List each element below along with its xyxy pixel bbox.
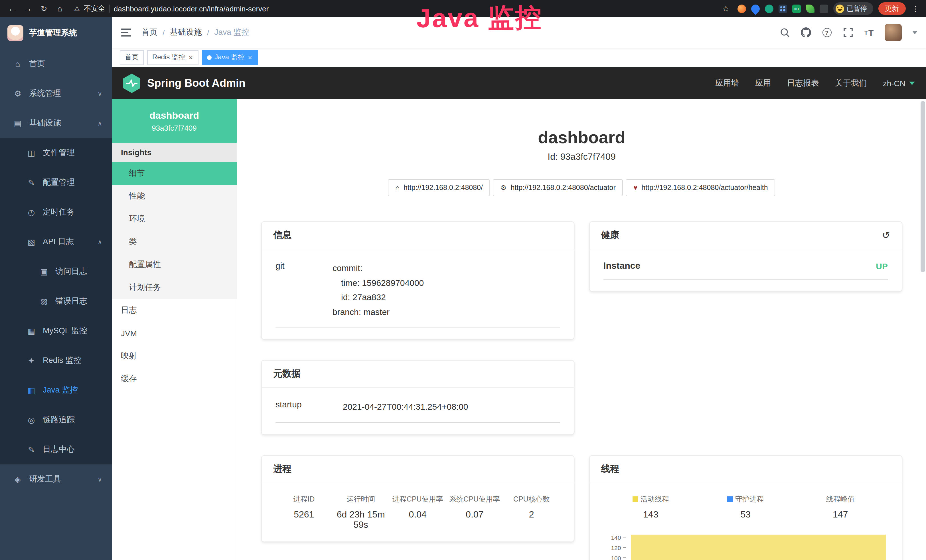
tab-java-monitor[interactable]: Java 监控 × xyxy=(202,50,257,65)
sba-item-scheduled-tasks[interactable]: 计划任务 xyxy=(112,276,237,299)
sidebar-item-tracing[interactable]: ◎ 链路追踪 xyxy=(0,405,112,435)
avatar-caret-icon[interactable] xyxy=(912,31,917,34)
extension-icon-leaf[interactable] xyxy=(806,4,814,13)
sidebar-item-scheduled-jobs[interactable]: ◷ 定时任务 xyxy=(0,197,112,227)
sba-instance-header[interactable]: dashboard 93a3fc7f7409 xyxy=(112,99,237,143)
close-icon[interactable]: × xyxy=(188,54,194,61)
scrollbar-thumb[interactable] xyxy=(920,101,925,272)
hamburger-icon[interactable] xyxy=(121,29,131,36)
card-title: 健康 xyxy=(601,229,619,241)
extension-icon-on[interactable]: on xyxy=(792,4,800,13)
sidebar-item-label: API 日志 xyxy=(43,237,74,247)
sidebar-item-label: 定时任务 xyxy=(43,207,75,217)
sidebar-item-api-logs[interactable]: ▧ API 日志 ∧ xyxy=(0,227,112,257)
sba-item-environment[interactable]: 环境 xyxy=(112,208,237,230)
browser-back-button[interactable]: ← xyxy=(6,4,18,13)
stat-label: 系统CPU使用率 xyxy=(449,494,500,504)
sidebar-item-error-logs[interactable]: ▨ 错误日志 xyxy=(0,286,112,316)
sba-brand-title[interactable]: Spring Boot Admin xyxy=(147,77,245,89)
address-bar[interactable]: ⚠ 不安全 dashboard.yudao.iocoder.cn/infra/a… xyxy=(74,4,716,14)
browser-home-button[interactable]: ⌂ xyxy=(54,4,66,13)
url-text[interactable]: dashboard.yudao.iocoder.cn/infra/admin-s… xyxy=(114,4,269,13)
extension-icon-grid[interactable] xyxy=(778,4,787,13)
tab-redis-monitor[interactable]: Redis 监控 × xyxy=(147,50,198,65)
sidebar-item-dev-tools[interactable]: ◈ 研发工具 ∨ xyxy=(0,465,112,494)
row-value: commit: time: 1596289704000 id: 27aa832 … xyxy=(333,261,424,319)
breadcrumb-home[interactable]: 首页 xyxy=(141,27,157,38)
navbar: 首页 / 基础设施 / Java 监控 ? xyxy=(112,17,926,48)
redis-icon: ✦ xyxy=(25,356,38,365)
extension-icon-y[interactable] xyxy=(764,4,773,13)
sidebar-item-infrastructure[interactable]: ▤ 基础设施 ∧ xyxy=(0,108,112,138)
health-url-link[interactable]: ♥ http://192.168.0.2:48080/actuator/heal… xyxy=(626,179,775,196)
sidebar-item-label: Java 监控 xyxy=(43,385,78,395)
metadata-card-header: 元数据 xyxy=(262,360,574,388)
sba-item-logs[interactable]: 日志 xyxy=(112,299,237,322)
sba-language-select[interactable]: zh-CN xyxy=(883,79,915,88)
stat-label: 线程峰值 xyxy=(826,494,855,504)
screen: ← → ↻ ⌂ ⚠ 不安全 dashboard.yudao.iocoder.cn… xyxy=(0,0,926,560)
sidebar-item-java-monitor[interactable]: ▥ Java 监控 xyxy=(0,375,112,405)
sidebar-item-access-logs[interactable]: ▣ 访问日志 xyxy=(0,257,112,286)
y-tick-label: 140 xyxy=(604,534,623,540)
extension-icon-drop[interactable] xyxy=(749,3,761,15)
sba-nav-applications[interactable]: 应用 xyxy=(755,78,771,88)
tab-home[interactable]: 首页 xyxy=(120,50,144,65)
sba-nav-about[interactable]: 关于我们 xyxy=(835,78,867,88)
navbar-right: ? TT xyxy=(779,24,917,41)
wrench-icon: ⚙ xyxy=(501,184,507,192)
fullscreen-icon[interactable] xyxy=(842,27,853,38)
sba-item-caches[interactable]: 缓存 xyxy=(112,368,237,390)
sidebar-item-file-management[interactable]: ◫ 文件管理 xyxy=(0,138,112,168)
github-icon[interactable] xyxy=(800,27,811,38)
sba-item-classes[interactable]: 类 xyxy=(112,230,237,253)
sba-insights-list: 细节 性能 环境 类 配置属性 计划任务 xyxy=(112,162,237,299)
table-row: git commit: time: 1596289704000 id: 27aa… xyxy=(275,261,560,327)
font-size-icon[interactable]: TT xyxy=(863,27,875,38)
sba-item-jvm[interactable]: JVM xyxy=(112,322,237,345)
sba-item-mappings[interactable]: 映射 xyxy=(112,345,237,368)
search-icon[interactable] xyxy=(779,27,790,38)
sba-item-config-props[interactable]: 配置属性 xyxy=(112,253,237,276)
stat-value: 0.04 xyxy=(389,509,446,519)
sidebar-item-home[interactable]: ⌂ 首页 xyxy=(0,49,112,79)
font-size-small-glyph: T xyxy=(864,29,868,36)
breadcrumb-current: Java 监控 xyxy=(215,27,250,38)
extensions-puzzle-icon[interactable] xyxy=(819,4,828,13)
browser-update-button[interactable]: 更新 xyxy=(878,2,905,15)
sidebar-item-redis-monitor[interactable]: ✦ Redis 监控 xyxy=(0,346,112,375)
sidebar-item-config-management[interactable]: ✎ 配置管理 xyxy=(0,168,112,197)
sba-nav-journal[interactable]: 日志报表 xyxy=(787,78,819,88)
table-row: startup 2021-04-27T00:44:31.254+08:00 xyxy=(275,400,560,422)
sidebar-item-system-management[interactable]: ⚙ 系统管理 ∨ xyxy=(0,79,112,108)
tab-label: 首页 xyxy=(125,53,139,62)
history-icon[interactable]: ↺ xyxy=(882,230,890,240)
browser-menu-kebab-icon[interactable]: ⋮ xyxy=(911,4,920,13)
help-icon[interactable]: ? xyxy=(821,27,832,38)
user-avatar[interactable] xyxy=(884,24,902,41)
security-label[interactable]: 不安全 xyxy=(84,4,105,14)
sba-body: dashboard 93a3fc7f7409 Insights 细节 性能 环境… xyxy=(112,99,926,560)
sidebar-item-log-center[interactable]: ✎ 日志中心 xyxy=(0,435,112,465)
profile-paused-badge[interactable]: 已暂停 xyxy=(833,2,873,15)
spring-boot-admin-logo-icon[interactable] xyxy=(123,74,140,93)
app-title: 芋道管理系统 xyxy=(29,28,77,38)
breadcrumb-separator: / xyxy=(163,28,165,37)
breadcrumb-infrastructure[interactable]: 基础设施 xyxy=(170,27,202,38)
service-url-link[interactable]: ⌂ http://192.168.0.2:48080/ xyxy=(388,179,490,196)
close-icon[interactable]: × xyxy=(247,54,253,61)
file-icon: ◫ xyxy=(25,148,38,157)
legend-swatch-live xyxy=(632,496,638,502)
sba-item-details[interactable]: 细节 xyxy=(112,162,237,185)
actuator-url-link[interactable]: ⚙ http://192.168.0.2:48080/actuator xyxy=(493,179,623,196)
browser-forward-button[interactable]: → xyxy=(22,4,34,13)
dev-tools-icon: ◈ xyxy=(11,475,24,484)
sba-nav-wallboard[interactable]: 应用墙 xyxy=(715,78,739,88)
bookmark-star-icon[interactable]: ☆ xyxy=(720,4,732,13)
sidebar-item-mysql-monitor[interactable]: ▦ MySQL 监控 xyxy=(0,316,112,346)
app-logo-link[interactable]: 芋道管理系统 xyxy=(0,17,112,49)
extension-icon-fox[interactable] xyxy=(737,4,746,13)
instance-id-line: Id: 93a3fc7f7409 xyxy=(261,152,902,162)
sba-item-metrics[interactable]: 性能 xyxy=(112,185,237,208)
browser-refresh-button[interactable]: ↻ xyxy=(38,4,50,13)
